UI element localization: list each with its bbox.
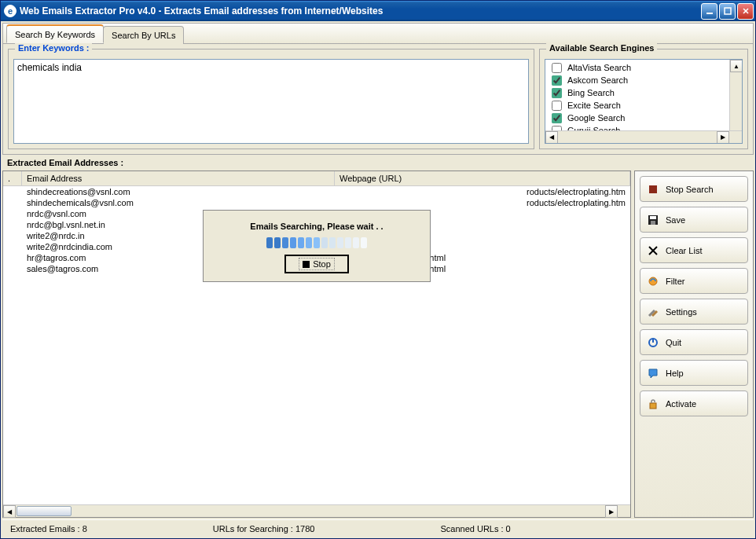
help-button[interactable]: Help [640, 360, 748, 386]
scrollbar-corner [618, 505, 630, 517]
scroll-right-button[interactable]: ▶ [717, 131, 729, 144]
stop-button[interactable]: Stop [284, 255, 349, 273]
main-area: . Email Address Webpage (URL) shindecrea… [2, 170, 754, 518]
engine-checkbox[interactable] [552, 113, 562, 123]
progress-bar [266, 237, 367, 248]
results-panel: . Email Address Webpage (URL) shindecrea… [2, 170, 631, 518]
engines-vertical-scrollbar[interactable]: ▲ [729, 60, 742, 130]
stop-search-label: Stop Search [666, 185, 714, 194]
result-row[interactable]: shindecreations@vsnl.comroducts/electrop… [3, 186, 630, 197]
keywords-group: Enter Keywords : [8, 49, 534, 149]
engine-label: Google Search [567, 113, 625, 123]
activate-icon [647, 398, 659, 410]
scrollbar-corner [729, 131, 742, 144]
cell-email: shindechemicals@vsnl.com [22, 198, 335, 207]
engine-label: Bing Search [567, 88, 615, 97]
window-controls [701, 3, 754, 20]
statusbar: Extracted Emails : 8 URLs for Searching … [2, 519, 754, 537]
window-title: Web Emails Extractor Pro v4.0 - Extracts… [20, 6, 701, 16]
quit-icon [647, 336, 659, 349]
col-url[interactable]: Webpage (URL) [335, 171, 630, 185]
searching-dialog: Emails Searching, Please wait . . [203, 210, 431, 282]
stop-search-button[interactable]: Stop Search [640, 176, 748, 202]
svg-rect-6 [651, 221, 655, 225]
engines-group-title: Available Search Engines [546, 43, 657, 53]
engine-checkbox[interactable] [552, 75, 562, 86]
stop-search-icon [647, 183, 659, 196]
scrollbar-thumb[interactable] [17, 506, 72, 516]
engines-group: Available Search Engines AltaVista Searc… [539, 49, 748, 149]
results-horizontal-scrollbar[interactable]: ◀ ▶ [3, 504, 630, 517]
scroll-left-button[interactable]: ◀ [545, 131, 558, 144]
engine-item[interactable]: Excite Search [549, 99, 739, 112]
save-label: Save [666, 215, 685, 225]
search-area: Search By Keywords Search By URLs Enter … [2, 23, 754, 155]
tab-keywords-label: Search By Keywords [15, 30, 95, 39]
clear-list-label: Clear List [666, 246, 702, 255]
results-header: . Email Address Webpage (URL) [3, 171, 630, 186]
searching-text: Emails Searching, Please wait . . [250, 222, 383, 231]
stop-icon [303, 261, 310, 268]
engine-checkbox[interactable] [552, 101, 562, 111]
search-body: Enter Keywords : Available Search Engine… [3, 44, 753, 154]
settings-icon [647, 306, 659, 318]
app-window: e Web Emails Extractor Pro v4.0 - Extrac… [0, 0, 756, 539]
tab-bar: Search By Keywords Search By URLs [3, 24, 753, 44]
titlebar[interactable]: e Web Emails Extractor Pro v4.0 - Extrac… [1, 1, 755, 21]
status-scanned: Scanned URLs : 0 [440, 524, 510, 534]
keywords-input[interactable] [16, 61, 527, 74]
activate-label: Activate [666, 399, 696, 409]
engine-label: AltaVista Search [567, 63, 631, 72]
cell-email: shindecreations@vsnl.com [22, 187, 335, 196]
settings-button[interactable]: Settings [640, 299, 748, 324]
minimize-button[interactable] [701, 3, 717, 20]
filter-label: Filter [666, 277, 684, 286]
clear-icon [647, 244, 659, 257]
svg-rect-14 [650, 403, 656, 409]
results-scroll-left[interactable]: ◀ [3, 505, 16, 518]
tab-urls[interactable]: Search By URLs [103, 26, 184, 44]
stop-button-label: Stop [313, 259, 331, 269]
col-sno[interactable]: . [3, 171, 22, 185]
tab-urls-label: Search By URLs [112, 31, 175, 40]
cell-url: roducts/electroplating.htm [335, 187, 630, 196]
filter-button[interactable]: Filter [640, 268, 748, 294]
maximize-button[interactable] [719, 3, 736, 20]
engine-item[interactable]: Bing Search [549, 86, 739, 99]
activate-button[interactable]: Activate [640, 390, 748, 416]
close-button[interactable] [737, 3, 754, 20]
clear-list-button[interactable]: Clear List [640, 237, 748, 263]
engine-checkbox[interactable] [552, 63, 562, 73]
help-label: Help [666, 368, 684, 378]
engine-item[interactable]: Askcom Search [549, 74, 739, 86]
side-panel: Stop Search Save Clear List Filter Setti… [634, 170, 754, 518]
scroll-up-button[interactable]: ▲ [730, 60, 743, 72]
quit-button[interactable]: Quit [640, 329, 748, 355]
save-button[interactable]: Save [640, 207, 748, 233]
engines-horizontal-scrollbar[interactable]: ◀ ▶ [545, 130, 742, 143]
keywords-input-wrap[interactable] [13, 59, 529, 144]
engine-item[interactable]: Google Search [549, 112, 739, 124]
engine-checkbox[interactable] [552, 88, 562, 98]
keywords-group-title: Enter Keywords : [15, 43, 92, 53]
status-extracted: Extracted Emails : 8 [10, 524, 87, 534]
help-icon [647, 367, 659, 380]
svg-rect-5 [650, 216, 656, 219]
results-list[interactable]: shindecreations@vsnl.comroducts/electrop… [3, 186, 630, 504]
svg-rect-0 [706, 13, 713, 14]
engine-label: Excite Search [567, 101, 621, 110]
app-icon: e [4, 5, 17, 17]
extracted-addresses-label: Extracted Email Addresses : [2, 156, 754, 169]
result-row[interactable]: shindechemicals@vsnl.comroducts/electrop… [3, 197, 630, 208]
cell-url: roducts/electroplating.htm [335, 198, 630, 207]
client-area: Search By Keywords Search By URLs Enter … [1, 21, 755, 538]
engine-item[interactable]: AltaVista Search [549, 61, 739, 74]
filter-icon [647, 275, 659, 288]
tab-keywords[interactable]: Search By Keywords [6, 24, 104, 43]
col-email[interactable]: Email Address [22, 171, 335, 185]
engines-list: AltaVista SearchAskcom SearchBing Search… [545, 59, 743, 144]
quit-label: Quit [666, 338, 681, 347]
results-scroll-right[interactable]: ▶ [605, 505, 618, 518]
status-urls-for-search: URLs for Searching : 1780 [213, 524, 315, 534]
save-icon [647, 214, 659, 226]
